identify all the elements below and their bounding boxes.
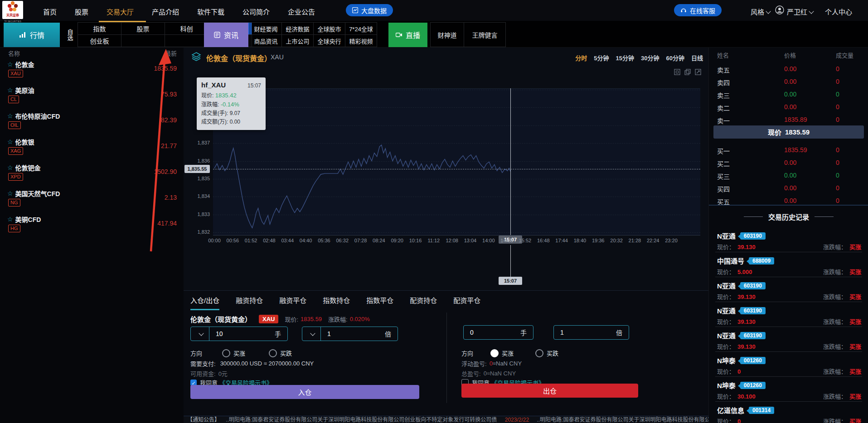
avatar[interactable] <box>775 5 784 16</box>
trade-tab-5[interactable]: 配资持仓 <box>410 295 437 310</box>
tab-watchlist[interactable]: 自选 <box>63 23 76 47</box>
tab-central-banks[interactable]: 全球央行 <box>313 34 345 47</box>
open-buy-down-radio[interactable] <box>269 349 277 357</box>
bid-row[interactable]: 买三0.000 <box>709 172 868 181</box>
close-quantity-input[interactable]: 0 手 <box>463 325 533 340</box>
tab-commodity-news[interactable]: 商品资讯 <box>250 34 282 47</box>
tab-listed-companies[interactable]: 上市公司 <box>281 34 314 47</box>
live-button[interactable]: 直播 <box>388 23 427 47</box>
ask-row[interactable]: 卖三0.000 <box>709 91 868 100</box>
open-quantity-input[interactable]: 10 手 <box>190 327 288 341</box>
interval-1[interactable]: 5分钟 <box>594 53 609 62</box>
trade-tab-0[interactable]: 入仓/出仓 <box>190 295 219 310</box>
close-position-button[interactable]: 出仓 <box>461 384 638 398</box>
star-icon[interactable]: ☆ <box>7 138 13 145</box>
watchlist-item[interactable]: ☆美国天然气CFDNG2.13 <box>0 188 184 214</box>
open-position-button[interactable]: 入仓 <box>190 385 419 399</box>
brand-logo[interactable]: 天风证券 <box>2 1 23 19</box>
history-item[interactable]: N亚通603190现价：39.130涨跌幅：买涨 <box>709 328 868 353</box>
watchlist-item[interactable]: ☆伦敦金XAU1835.59 <box>0 59 184 85</box>
watchlist-item[interactable]: ☆伦敦银XAG21.77 <box>0 136 184 162</box>
interval-0[interactable]: 分时 <box>575 53 587 62</box>
interval-4[interactable]: 60分钟 <box>666 53 684 62</box>
history-change-value: 买涨 <box>849 244 861 250</box>
topnav-item-0[interactable]: 首页 <box>43 7 57 16</box>
trade-tab-4[interactable]: 指数平仓 <box>366 295 393 310</box>
history-item[interactable]: N坤泰001260现价：30.100涨跌幅：买涨 <box>709 378 868 403</box>
ask-row[interactable]: 卖一1835.890 <box>709 116 868 125</box>
close-buy-down-radio[interactable] <box>535 349 543 357</box>
expand-icon[interactable] <box>695 69 701 75</box>
zoom-box-icon[interactable] <box>674 69 680 75</box>
ask-row[interactable]: 卖五0.000 <box>709 65 868 74</box>
topnav-item-3[interactable]: 产品介绍 <box>152 7 179 16</box>
history-item[interactable]: 亿道信息001314现价：0涨跌幅：买涨 <box>709 403 868 423</box>
history-item[interactable]: N坤泰001260现价：0涨跌幅：买涨 <box>709 353 868 378</box>
tab-724-global[interactable]: 7*24全球 <box>345 22 377 35</box>
restore-view-icon[interactable] <box>684 69 691 75</box>
topnav-item-4[interactable]: 软件下载 <box>197 7 224 16</box>
instrument-price: 2.13 <box>165 194 177 201</box>
tab-star-market[interactable]: 科创 <box>165 22 209 35</box>
watchlist-item[interactable]: ☆美原油CL75.93 <box>0 85 184 111</box>
market-data-button[interactable]: 大盘数据 <box>346 4 393 16</box>
trade-tab-6[interactable]: 配资平仓 <box>453 295 480 310</box>
bid-row[interactable]: 买二0.000 <box>709 159 868 168</box>
history-item[interactable]: 中国通号688009现价：5.000涨跌幅：买涨 <box>709 253 868 278</box>
leverage-dropdown[interactable] <box>302 327 321 341</box>
tab-index[interactable]: 指数 <box>78 22 121 35</box>
close-buy-up-radio[interactable] <box>490 349 499 357</box>
tab-finance-news[interactable]: 财经要闻 <box>250 22 282 35</box>
personal-center-link[interactable]: 个人中心 <box>825 7 852 16</box>
style-dropdown[interactable]: 风格 <box>751 7 770 16</box>
open-buy-up-radio[interactable] <box>222 349 230 357</box>
topnav-item-6[interactable]: 企业公告 <box>288 7 315 16</box>
topnav-item-5[interactable]: 公司简介 <box>242 7 270 16</box>
trade-tab-3[interactable]: 指数持仓 <box>323 295 350 310</box>
news-button[interactable]: 资讯 <box>204 23 248 47</box>
history-item-bottom: 现价：0涨跌幅：买涨 <box>717 417 861 423</box>
ask-row[interactable]: 卖四0.000 <box>709 78 868 87</box>
watchlist-item[interactable]: ☆布伦特原油CFDOIL82.39 <box>0 111 184 136</box>
trade-tab-1[interactable]: 融资持仓 <box>236 295 263 310</box>
interval-5[interactable]: 日线 <box>691 53 703 62</box>
topnav-menu: 首页股票交易大厅产品介绍软件下载公司简介企业公告 <box>43 7 315 16</box>
star-icon[interactable]: ☆ <box>7 112 13 120</box>
quantity-dropdown[interactable] <box>191 327 209 341</box>
tab-global-stocks[interactable]: 全球股市 <box>313 22 345 35</box>
trade-change-label: 涨跌幅: <box>328 315 348 323</box>
history-item[interactable]: N亚通603190现价：39.130涨跌幅：买涨 <box>709 228 868 253</box>
watchlist-item[interactable]: ☆伦敦钯金XPD1502.90 <box>0 162 184 188</box>
star-icon[interactable]: ☆ <box>7 164 13 171</box>
tab-caishendao[interactable]: 财神道 <box>430 22 464 47</box>
interval-2[interactable]: 15分钟 <box>616 53 634 62</box>
star-icon[interactable]: ☆ <box>7 87 13 94</box>
topnav-item-1[interactable]: 股票 <box>75 7 88 16</box>
crosshair-vertical-line <box>510 88 511 235</box>
open-leverage-input[interactable]: 1 倍 <box>302 327 398 341</box>
quotes-button[interactable]: 行情 <box>4 23 60 47</box>
bid-row[interactable]: 买四0.000 <box>709 184 868 193</box>
trade-tab-2[interactable]: 融资平仓 <box>279 295 306 310</box>
topnav-item-2[interactable]: 交易大厅 <box>107 7 134 16</box>
history-item-bottom: 现价：0涨跌幅：买涨 <box>717 367 861 375</box>
watchlist-item[interactable]: ☆美铜CFDHG417.94 <box>0 214 184 240</box>
history-item[interactable]: N亚通603190现价：39.130涨跌幅：买涨 <box>709 278 868 303</box>
history-item-divider <box>715 401 862 402</box>
star-icon[interactable]: ☆ <box>7 216 13 223</box>
tab-videos[interactable]: 精彩视频 <box>345 34 377 47</box>
history-item[interactable]: N亚通603190现价：39.130涨跌幅：买涨 <box>709 303 868 328</box>
bid-row[interactable]: 买一1835.590 <box>709 146 868 155</box>
close-leverage-input[interactable]: 1 倍 <box>553 325 629 340</box>
tab-chinext[interactable]: 创业板 <box>78 34 121 47</box>
interval-3[interactable]: 30分钟 <box>641 53 659 62</box>
star-icon[interactable]: ☆ <box>7 190 13 197</box>
online-service-button[interactable]: 在线客服 <box>674 4 722 16</box>
star-icon[interactable]: ☆ <box>7 61 13 68</box>
history-change-group: 涨跌幅：买涨 <box>823 317 861 326</box>
tab-stock[interactable]: 股票 <box>121 22 165 35</box>
tab-wangpai[interactable]: 王牌健言 <box>464 22 506 47</box>
tab-economic-data[interactable]: 经济数据 <box>281 22 314 35</box>
ask-row[interactable]: 卖二0.000 <box>709 103 868 112</box>
username-menu[interactable]: 严卫红 <box>787 7 813 16</box>
